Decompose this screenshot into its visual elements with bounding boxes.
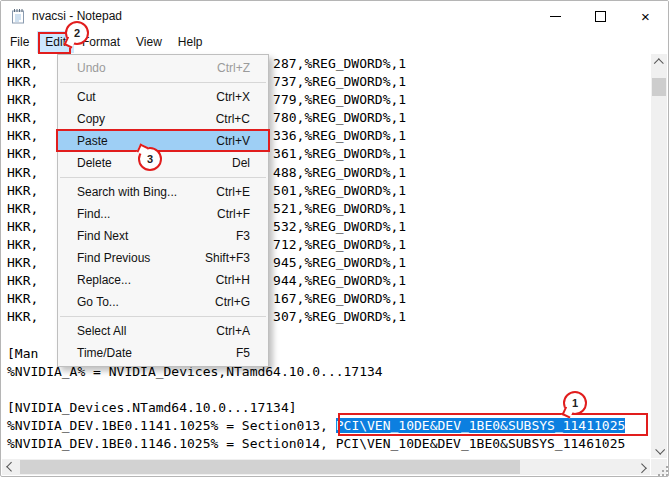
menu-item-find-previous[interactable]: Find PreviousShift+F3 (58, 247, 268, 269)
menu-item-label: Go To... (77, 295, 119, 309)
minimize-icon (550, 16, 561, 17)
device-line-prefix: %NVIDIA_DEV.1BE0.1141.1025% = Section013… (7, 418, 336, 433)
menu-bar: File Edit Format View Help (1, 31, 668, 53)
menu-item-label: Find Next (77, 229, 128, 243)
vertical-scroll-thumb[interactable] (652, 78, 666, 96)
annotation-step-1: 1 (563, 391, 587, 415)
maximize-button[interactable] (578, 1, 623, 31)
annotation-box-selection (338, 413, 648, 436)
menu-item-copy[interactable]: CopyCtrl+C (58, 108, 268, 130)
menu-item-shortcut: Ctrl+F (217, 207, 250, 221)
minimize-button[interactable] (533, 1, 578, 31)
menu-item-select-all[interactable]: Select AllCtrl+A (58, 320, 268, 342)
menu-item-label: Time/Date (77, 346, 132, 360)
menu-item-replace[interactable]: Replace...Ctrl+H (58, 269, 268, 291)
menubar-label: Help (178, 35, 203, 49)
notepad-window: nvacsi - Notepad × File Edit Format View… (0, 0, 669, 477)
chevron-up-icon (653, 58, 663, 68)
menu-item-search-with-bing[interactable]: Search with Bing...Ctrl+E (58, 181, 268, 203)
title-bar: nvacsi - Notepad × (1, 1, 668, 31)
close-icon: × (641, 9, 650, 24)
device-line-2: %NVIDIA_DEV.1BE0.1146.1025% = Section014… (2, 435, 650, 453)
menu-item-go-to[interactable]: Go To...Ctrl+G (58, 291, 268, 313)
menu-item-shortcut: Ctrl+X (216, 90, 250, 104)
menubar-item-help[interactable]: Help (170, 31, 211, 53)
horizontal-scrollbar[interactable] (2, 459, 650, 475)
menubar-label: File (10, 35, 29, 49)
menu-item-shortcut: Ctrl+A (216, 324, 250, 338)
menubar-item-view[interactable]: View (128, 31, 170, 53)
menu-item-shortcut: Ctrl+C (216, 112, 250, 126)
resize-grip[interactable] (651, 459, 667, 475)
resize-grip-dots (662, 470, 664, 472)
menu-item-undo[interactable]: UndoCtrl+Z (58, 57, 268, 79)
maximize-icon (595, 11, 606, 22)
menu-item-label: Undo (77, 61, 106, 75)
scroll-down-arrow[interactable] (651, 442, 667, 458)
menubar-label: View (136, 35, 162, 49)
menu-item-label: Select All (77, 324, 126, 338)
menu-item-shortcut: Shift+F3 (205, 251, 250, 265)
menu-item-shortcut: Ctrl+H (216, 273, 250, 287)
menu-item-time-date[interactable]: Time/DateF5 (58, 342, 268, 364)
annotation-step-3: 3 (138, 147, 162, 171)
chevron-down-icon (655, 444, 665, 454)
annotation-box-paste (56, 129, 270, 152)
menu-item-label: Copy (77, 112, 105, 126)
menu-item-delete[interactable]: DeleteDel (58, 152, 268, 174)
menu-item-find-next[interactable]: Find NextF3 (58, 225, 268, 247)
menu-item-label: Replace... (77, 273, 131, 287)
menu-item-cut[interactable]: CutCtrl+X (58, 86, 268, 108)
menu-separator (60, 177, 266, 178)
menu-item-label: Find Previous (77, 251, 150, 265)
chevron-left-icon (6, 461, 16, 471)
menubar-item-file[interactable]: File (2, 31, 37, 53)
menu-item-find[interactable]: Find...Ctrl+F (58, 203, 268, 225)
horizontal-scroll-thumb[interactable] (20, 460, 520, 474)
menu-item-shortcut: Del (232, 156, 250, 170)
scroll-right-arrow[interactable] (634, 459, 650, 475)
menu-item-label: Search with Bing... (77, 185, 177, 199)
edit-menu-dropdown: UndoCtrl+Z CutCtrl+X CopyCtrl+C PasteCtr… (57, 54, 269, 367)
scroll-left-arrow[interactable] (2, 459, 18, 475)
chevron-right-icon (636, 463, 646, 473)
menu-item-shortcut: F3 (236, 229, 250, 243)
menu-item-shortcut: Ctrl+Z (217, 61, 250, 75)
annotation-step-2: 2 (65, 21, 89, 45)
menu-item-shortcut: Ctrl+G (215, 295, 250, 309)
menu-item-shortcut: Ctrl+E (216, 185, 250, 199)
close-button[interactable]: × (623, 1, 668, 31)
scroll-up-arrow[interactable] (651, 54, 667, 70)
window-controls: × (533, 1, 668, 31)
menu-separator (60, 316, 266, 317)
menu-item-label: Cut (77, 90, 96, 104)
menu-item-label: Find... (77, 207, 110, 221)
menu-separator (60, 82, 266, 83)
menu-item-shortcut: F5 (236, 346, 250, 360)
notepad-icon (10, 8, 26, 24)
menu-item-label: Delete (77, 156, 112, 170)
vertical-scrollbar[interactable] (651, 54, 667, 458)
